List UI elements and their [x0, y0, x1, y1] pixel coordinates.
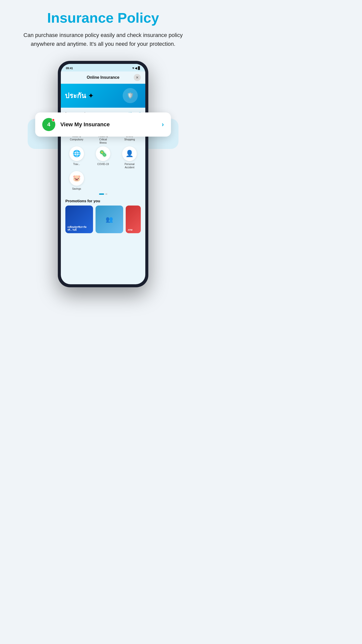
- status-icons: ▼◀ ▊: [132, 66, 140, 70]
- dot-inactive: [105, 193, 107, 195]
- accident-label: PersonalAccident: [125, 163, 134, 169]
- phone-frame: 09:41 ▼◀ ▊ Online Insurance ✕ ประกัน ✦: [58, 61, 148, 287]
- page-subtitle: Can purchase insurance policy easily and…: [18, 31, 189, 48]
- status-time: 09:41: [66, 67, 73, 70]
- page-title: Insurance Policy: [47, 10, 159, 26]
- banner-star-icon: ✦: [88, 92, 94, 100]
- phone-mockup-wrapper: 4 View My Insurance › 09:41 ▼◀ ▊ Online …: [43, 61, 163, 297]
- banner-text: ประกัน: [65, 90, 86, 101]
- covid-label: COVID-19: [97, 163, 109, 166]
- badge-notification-dot: [52, 118, 55, 122]
- travel-icon: 🌐: [69, 146, 84, 161]
- promo-card-1-text: เปลี่ยนบัตรชิปการ์ดฟรี...วันนี้: [65, 224, 88, 233]
- insurance-item-covid[interactable]: 🦠 COVID-19: [91, 146, 115, 169]
- promo-card-2-content: 👥: [96, 206, 123, 233]
- promo-card-3-text: ATM: [126, 227, 134, 233]
- insurance-item-travel[interactable]: 🌐 Trav...: [64, 146, 89, 169]
- promo-card-1[interactable]: เปลี่ยนบัตรชิปการ์ดฟรี...วันนี้: [65, 206, 93, 233]
- badge-circle: 4: [42, 118, 55, 131]
- promo-card-2[interactable]: 👥: [96, 206, 123, 233]
- savings-icon: 🐷: [69, 171, 84, 186]
- header-title: Online Insurance: [72, 75, 134, 80]
- app-header: Online Insurance ✕: [61, 71, 145, 84]
- chevron-right-icon: ›: [162, 120, 164, 128]
- status-bar: 09:41 ▼◀ ▊: [61, 64, 145, 71]
- badge-number: 4: [47, 121, 50, 128]
- pagination-dots: [61, 192, 145, 197]
- promo-cards: เปลี่ยนบัตรชิปการ์ดฟรี...วันนี้ 👥 ATM: [61, 206, 145, 233]
- close-icon: ✕: [136, 75, 139, 79]
- covid-icon: 🦠: [96, 146, 110, 161]
- insurance-item-savings[interactable]: 🐷 Savings: [64, 171, 89, 190]
- insurance-item-accident[interactable]: 👤 PersonalAccident: [117, 146, 142, 169]
- battery-icon: ▊: [138, 66, 140, 70]
- signal-icon: ▼◀: [132, 66, 137, 70]
- banner-decorative-circle: 🛡️: [123, 88, 138, 103]
- promo-banner: ประกัน ✦ 🛡️: [61, 84, 145, 108]
- view-insurance-card[interactable]: 4 View My Insurance ›: [35, 112, 171, 137]
- phone-screen: 09:41 ▼◀ ▊ Online Insurance ✕ ประกัน ✦: [61, 64, 145, 284]
- savings-label: Savings: [72, 187, 81, 190]
- view-insurance-label: View My Insurance: [60, 121, 162, 128]
- promo-card-3[interactable]: ATM: [126, 206, 141, 233]
- dot-active: [99, 193, 104, 195]
- promotions-title: Promotions for you: [61, 197, 145, 206]
- close-button[interactable]: ✕: [134, 74, 141, 81]
- accident-icon: 👤: [122, 146, 137, 161]
- travel-label: Trav...: [73, 163, 80, 166]
